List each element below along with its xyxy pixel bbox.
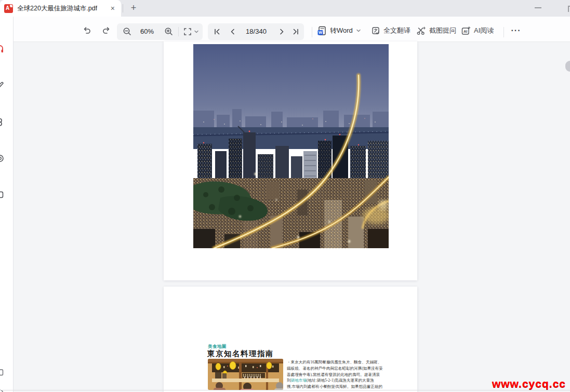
svg-text:W: W <box>319 30 323 35</box>
article-paragraph: ・東京大約有16萬間餐廳供應生魚片、麵食、天婦羅、 鐵板燒、著名的神戶牛肉與惡名… <box>287 359 378 390</box>
ai-read-button[interactable]: AI AI阅读 <box>461 24 494 37</box>
first-page-button[interactable] <box>211 25 223 38</box>
last-page-icon <box>291 27 300 36</box>
next-page-button[interactable] <box>275 25 288 38</box>
new-tab-button[interactable]: + <box>127 1 140 15</box>
zoom-in-icon <box>164 26 174 37</box>
pdf-file-icon <box>4 4 13 13</box>
more-button[interactable]: ··· <box>508 24 524 37</box>
minimize-button[interactable] <box>531 0 546 16</box>
more-icon: ··· <box>511 26 521 35</box>
fit-page-button[interactable] <box>181 25 194 38</box>
tab-close-icon[interactable]: × <box>109 4 117 13</box>
left-sidebar: 读 注 辑 面 换 <box>0 17 14 392</box>
convert-icon <box>0 190 5 199</box>
paragraph-line: ・東京大約有16萬間餐廳供應生魚片、麵食、天婦羅、 <box>287 359 378 366</box>
minimize-icon <box>535 7 541 8</box>
prev-page-button[interactable] <box>227 25 239 38</box>
svg-text:AI: AI <box>463 29 468 34</box>
paragraph-line: 到築地市場(地址:築地5-2-1)見識漁夫運來的大量漁 <box>287 377 378 384</box>
chevron-right-icon <box>277 27 286 36</box>
undo-icon <box>82 25 92 36</box>
page-indicator[interactable]: 18/340 <box>240 23 272 40</box>
sidebar-item-label: 换 <box>0 200 5 207</box>
fit-page-dropdown[interactable] <box>193 25 200 38</box>
panel-icon <box>0 368 5 377</box>
tsukiji-market-link[interactable]: 築地市場 <box>291 378 307 383</box>
document-viewport[interactable]: 美食地圖 東京知名料理指南 <box>14 42 570 392</box>
tab-title: 全球220大最佳旅游城市.pdf <box>17 4 97 13</box>
window-bottom-border <box>0 390 570 390</box>
ai-read-label: AI阅读 <box>474 26 494 35</box>
page-nav-group: 18/340 <box>208 23 304 40</box>
paragraph-line: 獲,市場內到處都有小餐館提供海鮮。如果想品嘗正統的 <box>287 384 378 390</box>
pdf-page-17 <box>164 42 417 280</box>
convert-to-word-label: 转Word <box>330 26 353 35</box>
word-doc-icon: W <box>317 26 327 36</box>
first-page-icon <box>213 27 222 36</box>
paragraph-text: 到 <box>287 378 291 383</box>
zoom-level-value[interactable]: 60% <box>136 23 158 40</box>
zoom-in-button[interactable] <box>163 25 175 38</box>
tokyo-night-cityscape-photo <box>193 44 389 248</box>
last-page-button[interactable] <box>289 25 302 38</box>
redo-button[interactable] <box>100 24 113 37</box>
scissors-icon <box>416 26 426 36</box>
paragraph-text: (地址:築地5-2-1)見識漁夫運來的大量漁 <box>307 378 374 383</box>
pdf-reader-window: 全球220大最佳旅游城市.pdf × + <box>0 0 570 392</box>
full-text-translate-button[interactable]: 全文翻译 <box>371 24 410 37</box>
maximize-button[interactable] <box>568 6 570 12</box>
sidebar-item-label: 辑 <box>0 127 5 134</box>
translate-icon <box>371 26 380 35</box>
collapsed-panel-handle[interactable] <box>565 61 570 72</box>
full-text-translate-label: 全文翻译 <box>383 26 410 35</box>
toolbar-divider <box>503 27 504 37</box>
article-title: 東京知名料理指南 <box>207 349 274 359</box>
zoom-out-button[interactable] <box>121 25 134 38</box>
zoom-control-group: 60% <box>117 23 203 40</box>
annotate-icon <box>0 81 5 90</box>
paragraph-line: 善處理會中毒),當然還有發源於此地的壽司。趁著清晨 <box>287 372 378 378</box>
screenshot-ask-button[interactable]: 截图提问 <box>416 24 456 37</box>
izakaya-restaurant-photo <box>208 359 283 390</box>
chevron-down-icon <box>194 29 199 34</box>
reader-icon <box>0 45 5 54</box>
chevron-left-icon <box>228 27 237 36</box>
convert-to-word-button[interactable]: W 转Word <box>317 24 361 37</box>
sidebar-item-label: 面 <box>0 164 5 170</box>
screenshot-ask-label: 截图提问 <box>429 26 456 35</box>
zoom-group-divider <box>178 27 179 36</box>
watermark-text: www.cycq.cc <box>492 377 566 390</box>
redo-icon <box>101 25 112 36</box>
page-icon <box>0 154 5 163</box>
undo-button[interactable] <box>81 24 93 37</box>
document-tab[interactable]: 全球220大最佳旅游城市.pdf × <box>0 0 121 17</box>
tab-bar: 全球220大最佳旅游城市.pdf × + <box>0 0 570 17</box>
ai-icon: AI <box>461 26 471 36</box>
sidebar-item-label: 注 <box>0 91 5 98</box>
edit-icon <box>0 117 5 127</box>
toolbar: 60% <box>14 17 570 42</box>
sidebar-item-label: 读 <box>0 55 5 61</box>
pdf-page-18: 美食地圖 東京知名料理指南 <box>164 287 417 392</box>
fit-page-icon <box>183 27 192 36</box>
chevron-down-icon <box>356 28 361 33</box>
paragraph-line: 鐵板燒、著名的神戶牛肉與惡名昭彰的河豚(如果沒有妥 <box>287 366 378 372</box>
zoom-out-icon <box>122 26 132 37</box>
tab-divider <box>123 4 123 12</box>
toolbar-divider <box>312 27 312 37</box>
